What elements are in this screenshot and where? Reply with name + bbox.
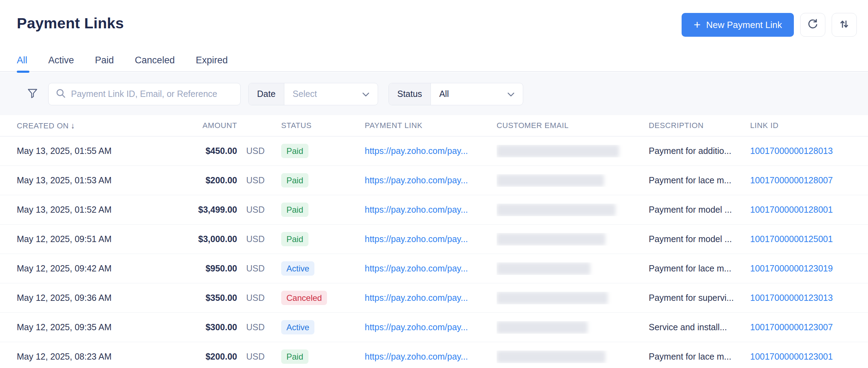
- tab-all[interactable]: All: [17, 49, 27, 71]
- created-on-cell: May 12, 2025, 09:42 AM: [17, 263, 185, 274]
- description-cell: Payment for lace m...: [649, 263, 750, 274]
- link-id-value[interactable]: 10017000000123007: [750, 322, 833, 332]
- payment-link-url[interactable]: https://pay.zoho.com/pay...: [365, 175, 468, 185]
- customer-email-redacted: [497, 145, 619, 157]
- status-badge: Paid: [281, 144, 308, 158]
- payment-link-url[interactable]: https://pay.zoho.com/pay...: [365, 205, 468, 214]
- link-id-value[interactable]: 10017000000123019: [750, 263, 833, 273]
- created-on-cell: May 13, 2025, 01:52 AM: [17, 205, 185, 215]
- chevron-down-icon: [362, 89, 369, 99]
- table-row[interactable]: May 13, 2025, 01:55 AM $450.00 USD Paid …: [0, 136, 868, 166]
- description-cell: Payment for lace m...: [649, 352, 750, 362]
- status-cell: Active: [279, 320, 365, 335]
- customer-email-cell: [497, 145, 649, 157]
- amount-cell: $350.00: [185, 293, 237, 303]
- payment-link-url[interactable]: https://pay.zoho.com/pay...: [365, 234, 468, 244]
- column-header-created-on[interactable]: CREATED ON↓: [17, 121, 185, 130]
- currency-cell: USD: [237, 322, 279, 332]
- customer-email-redacted: [497, 321, 588, 334]
- table-row[interactable]: May 12, 2025, 09:35 AM $300.00 USD Activ…: [0, 313, 868, 342]
- search-input[interactable]: [71, 89, 233, 99]
- table-row[interactable]: May 13, 2025, 01:53 AM $200.00 USD Paid …: [0, 166, 868, 195]
- description-cell: Payment for additio...: [649, 146, 750, 156]
- funnel-icon: [27, 88, 38, 100]
- link-id-cell: 10017000000123019: [750, 263, 857, 274]
- status-badge: Paid: [281, 232, 308, 247]
- column-header-payment-link[interactable]: PAYMENT LINK: [365, 121, 497, 130]
- payment-links-page: Payment Links + New Payment Link: [0, 0, 868, 368]
- column-header-status[interactable]: STATUS: [279, 121, 365, 130]
- link-id-value[interactable]: 10017000000125001: [750, 234, 833, 244]
- status-filter-label: Status: [389, 83, 431, 105]
- table-row[interactable]: May 12, 2025, 09:36 AM $350.00 USD Cance…: [0, 283, 868, 313]
- customer-email-cell: [497, 262, 649, 275]
- tab-canceled[interactable]: Canceled: [135, 49, 175, 71]
- link-id-value[interactable]: 10017000000128013: [750, 146, 833, 156]
- payment-link-url[interactable]: https://pay.zoho.com/pay...: [365, 322, 468, 332]
- created-on-cell: May 12, 2025, 09:36 AM: [17, 293, 185, 303]
- tab-expired[interactable]: Expired: [196, 49, 228, 71]
- payment-link-url[interactable]: https://pay.zoho.com/pay...: [365, 146, 468, 156]
- new-payment-link-label: New Payment Link: [706, 20, 782, 30]
- status-cell: Canceled: [279, 291, 365, 305]
- refresh-button[interactable]: [800, 13, 825, 37]
- link-id-value[interactable]: 10017000000128001: [750, 205, 833, 214]
- payment-link-url[interactable]: https://pay.zoho.com/pay...: [365, 293, 468, 303]
- status-badge: Paid: [281, 203, 308, 217]
- amount-cell: $200.00: [185, 175, 237, 185]
- payment-link-cell: https://pay.zoho.com/pay...: [365, 234, 497, 244]
- new-payment-link-button[interactable]: + New Payment Link: [682, 13, 794, 37]
- payment-link-cell: https://pay.zoho.com/pay...: [365, 146, 497, 156]
- table-row[interactable]: May 12, 2025, 09:51 AM $3,000.00 USD Pai…: [0, 225, 868, 254]
- payment-link-cell: https://pay.zoho.com/pay...: [365, 175, 497, 185]
- payment-link-url[interactable]: https://pay.zoho.com/pay...: [365, 263, 468, 273]
- description-cell: Service and install...: [649, 322, 750, 332]
- link-id-cell: 10017000000128001: [750, 205, 857, 215]
- amount-cell: $950.00: [185, 263, 237, 274]
- table-row[interactable]: May 13, 2025, 01:52 AM $3,499.00 USD Pai…: [0, 195, 868, 225]
- link-id-cell: 10017000000125001: [750, 234, 857, 244]
- date-filter-select[interactable]: Date Select: [248, 83, 378, 105]
- link-id-value[interactable]: 10017000000123013: [750, 293, 833, 303]
- chevron-down-icon: [507, 89, 514, 99]
- column-header-amount[interactable]: AMOUNT: [185, 121, 237, 130]
- link-id-cell: 10017000000123001: [750, 352, 857, 362]
- page-header: Payment Links + New Payment Link: [0, 0, 868, 49]
- date-filter-label: Date: [249, 83, 284, 105]
- sort-button[interactable]: [832, 13, 857, 37]
- table-row[interactable]: May 12, 2025, 08:23 AM $200.00 USD Paid …: [0, 342, 868, 368]
- link-id-cell: 10017000000123007: [750, 322, 857, 332]
- sort-desc-icon: ↓: [71, 121, 75, 130]
- payment-link-cell: https://pay.zoho.com/pay...: [365, 205, 497, 215]
- currency-cell: USD: [237, 234, 279, 244]
- link-id-value[interactable]: 10017000000123001: [750, 352, 833, 361]
- page-title: Payment Links: [17, 15, 124, 32]
- customer-email-redacted: [497, 174, 604, 187]
- column-header-description[interactable]: DESCRIPTION: [649, 121, 750, 130]
- link-id-value[interactable]: 10017000000128007: [750, 175, 833, 185]
- filter-funnel-button[interactable]: [27, 88, 38, 100]
- tab-paid[interactable]: Paid: [95, 49, 114, 71]
- description-cell: Payment for model ...: [649, 205, 750, 215]
- table-row[interactable]: May 12, 2025, 09:42 AM $950.00 USD Activ…: [0, 254, 868, 283]
- currency-cell: USD: [237, 175, 279, 185]
- column-header-customer-email[interactable]: CUSTOMER EMAIL: [497, 121, 649, 130]
- column-header-link-id[interactable]: LINK ID: [750, 121, 857, 130]
- link-id-cell: 10017000000128013: [750, 146, 857, 156]
- search-box: [48, 83, 241, 105]
- currency-cell: USD: [237, 205, 279, 215]
- created-on-cell: May 12, 2025, 09:35 AM: [17, 322, 185, 332]
- created-on-cell: May 13, 2025, 01:53 AM: [17, 175, 185, 185]
- created-on-cell: May 12, 2025, 09:51 AM: [17, 234, 185, 244]
- created-on-cell: May 12, 2025, 08:23 AM: [17, 352, 185, 362]
- description-cell: Payment for model ...: [649, 234, 750, 244]
- payment-link-url[interactable]: https://pay.zoho.com/pay...: [365, 352, 468, 361]
- status-cell: Paid: [279, 232, 365, 247]
- currency-cell: USD: [237, 352, 279, 362]
- description-cell: Payment for supervi...: [649, 293, 750, 303]
- plus-icon: +: [693, 19, 700, 30]
- tab-active[interactable]: Active: [48, 49, 74, 71]
- status-cell: Paid: [279, 203, 365, 217]
- status-cell: Active: [279, 261, 365, 276]
- status-filter-select[interactable]: Status All: [389, 83, 523, 105]
